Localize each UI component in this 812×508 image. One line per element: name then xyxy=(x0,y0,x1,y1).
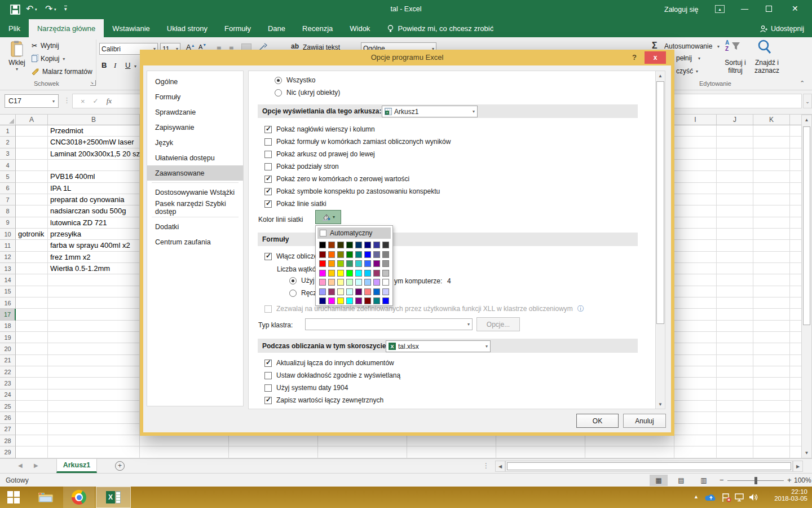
palette-swatch-42[interactable] xyxy=(328,288,335,295)
vertical-scrollbar[interactable]: ▲ ▼ xyxy=(801,115,812,458)
dialog-scroll-up-icon[interactable]: ▲ xyxy=(656,71,665,80)
ribbon-tab-układ-strony[interactable]: Układ strony xyxy=(158,19,216,37)
column-header-a[interactable]: A xyxy=(16,115,48,125)
cell-j14[interactable] xyxy=(717,274,753,286)
cell-l1[interactable] xyxy=(790,125,801,137)
row-header-6[interactable]: 6 xyxy=(0,183,16,194)
cell-a23[interactable] xyxy=(16,378,48,389)
clear-label-fragment[interactable]: czyść xyxy=(676,67,693,75)
cell-j8[interactable] xyxy=(717,205,753,217)
dialog-nav-item-formuły[interactable]: Formuły xyxy=(147,89,243,104)
name-box-splitter-icon[interactable]: ⋮ xyxy=(63,96,70,104)
cell-b11[interactable]: farba w sprayu 400ml x2 xyxy=(48,240,140,251)
cell-l5[interactable] xyxy=(790,171,801,182)
cell-i22[interactable] xyxy=(674,366,717,378)
row-header-27[interactable]: 27 xyxy=(0,424,16,435)
cell-k8[interactable] xyxy=(753,205,790,217)
collapse-ribbon-icon[interactable]: ⌄ xyxy=(800,79,805,86)
cell-i23[interactable] xyxy=(674,378,717,389)
name-box[interactable]: C17▾ xyxy=(5,94,59,108)
cell-k17[interactable] xyxy=(753,309,790,320)
cell-l11[interactable] xyxy=(790,240,801,251)
excel-taskbar-button[interactable]: X xyxy=(96,487,131,508)
dialog-nav-item-dodatki[interactable]: Dodatki xyxy=(147,219,243,234)
palette-swatch-38[interactable] xyxy=(364,279,371,286)
onedrive-icon[interactable] xyxy=(705,493,717,502)
row-header-13[interactable]: 13 xyxy=(0,263,16,274)
cell-b23[interactable] xyxy=(48,378,140,389)
row-header-17[interactable]: 17 xyxy=(0,309,16,320)
cell-l20[interactable] xyxy=(790,343,801,354)
row-header-23[interactable]: 23 xyxy=(0,378,16,389)
cell-i10[interactable] xyxy=(674,229,717,240)
dialog-close-icon[interactable]: x xyxy=(645,51,666,64)
cell-j17[interactable] xyxy=(717,309,753,320)
cell-b1[interactable]: Przedmiot xyxy=(48,125,140,137)
cell-k16[interactable] xyxy=(753,297,790,309)
palette-swatch-50[interactable] xyxy=(328,297,335,304)
cell-l27[interactable] xyxy=(790,424,801,435)
ribbon-tab-recenzja[interactable]: Recenzja xyxy=(294,19,341,37)
cell-k11[interactable] xyxy=(753,240,790,251)
prev-sheet-icon[interactable]: ◀ xyxy=(18,462,23,468)
ribbon-display-options-icon[interactable]: ▴ xyxy=(715,5,725,13)
calc-option-zapisz-wartości-łączy-zewnętrznych[interactable]: Zapisz wartości łączy zewnętrznych xyxy=(264,395,383,405)
cell-l18[interactable] xyxy=(790,321,801,332)
cell-k22[interactable] xyxy=(753,366,790,378)
cell-g29[interactable] xyxy=(496,446,585,458)
find-select-button[interactable]: Znajdź i zaznacz xyxy=(751,59,783,75)
dialog-nav-item-język[interactable]: Język xyxy=(147,135,243,150)
palette-swatch-47[interactable] xyxy=(373,288,380,295)
cell-j12[interactable] xyxy=(717,252,753,263)
cluster-type-dropdown[interactable]: ▾ xyxy=(305,318,473,330)
cell-i1[interactable] xyxy=(674,125,717,137)
zoom-slider-thumb[interactable] xyxy=(754,477,757,484)
horizontal-scroll-thumb[interactable] xyxy=(507,462,791,470)
palette-swatch-26[interactable] xyxy=(328,270,335,277)
palette-swatch-28[interactable] xyxy=(346,270,353,277)
cell-j27[interactable] xyxy=(717,424,753,435)
cell-l29[interactable] xyxy=(790,446,801,458)
page-break-view-button[interactable]: ▥ xyxy=(695,475,713,486)
dialog-nav-item-zaawansowane[interactable]: Zaawansowane xyxy=(147,165,243,181)
palette-swatch-29[interactable] xyxy=(355,270,362,277)
display-option-pokaż-formuły-w-komórkach-zamiast-oblicz[interactable]: Pokaż formuły w komórkach zamiast oblicz… xyxy=(264,137,451,147)
palette-swatch-24[interactable] xyxy=(382,260,389,267)
cell-j1[interactable] xyxy=(717,125,753,137)
cell-j18[interactable] xyxy=(717,321,753,332)
cell-l2[interactable] xyxy=(790,137,801,148)
display-option-pokaż-symbole-konspektu-po-zastosowaniu-[interactable]: Pokaż symbole konspektu po zastosowaniu … xyxy=(264,186,440,196)
cell-a16[interactable] xyxy=(16,297,48,309)
dialog-scrollbar[interactable]: ▲ ▼ xyxy=(655,71,665,409)
cell-i5[interactable] xyxy=(674,171,717,182)
palette-swatch-11[interactable] xyxy=(337,251,344,258)
sheet-selector-dropdown[interactable]: Arkusz1▾ xyxy=(382,106,478,117)
next-sheet-icon[interactable]: ▶ xyxy=(34,462,38,468)
tell-me-box[interactable]: Powiedz mi, co chcesz zrobić xyxy=(378,19,502,37)
cell-a1[interactable] xyxy=(16,125,48,137)
dialog-nav-item-dostosowywanie-wstążki[interactable]: Dostosowywanie Wstążki xyxy=(147,185,243,200)
cell-c28[interactable] xyxy=(140,435,229,446)
ribbon-tab-dane[interactable]: Dane xyxy=(259,19,294,37)
cell-k26[interactable] xyxy=(753,412,790,423)
cell-b4[interactable] xyxy=(48,160,140,171)
cell-b25[interactable] xyxy=(48,401,140,412)
cell-l17[interactable] xyxy=(790,309,801,320)
cell-j2[interactable] xyxy=(717,137,753,148)
cell-i8[interactable] xyxy=(674,205,717,217)
clock[interactable]: 22:10 2018-03-05 xyxy=(762,488,807,502)
cell-k7[interactable] xyxy=(753,194,790,205)
row-header-26[interactable]: 26 xyxy=(0,412,16,423)
autosum-label[interactable]: Autosumowanie xyxy=(664,42,712,50)
palette-swatch-51[interactable] xyxy=(337,297,344,304)
cell-b12[interactable]: frez 1mm x2 xyxy=(48,252,140,263)
calc-option-ustaw-dokładność-zgodnie-z-wyświetlaną[interactable]: Ustaw dokładność zgodnie z wyświetlaną xyxy=(264,370,400,380)
cell-i28[interactable] xyxy=(674,435,717,446)
clipboard-dialog-launcher-icon[interactable]: ↘ xyxy=(90,80,96,86)
new-sheet-icon[interactable]: + xyxy=(115,461,125,471)
cell-l19[interactable] xyxy=(790,332,801,343)
row-header-10[interactable]: 10 xyxy=(0,229,16,240)
paste-button[interactable]: Wklej ▾ xyxy=(5,41,29,82)
cell-b14[interactable] xyxy=(48,274,140,286)
cell-b18[interactable] xyxy=(48,321,140,332)
